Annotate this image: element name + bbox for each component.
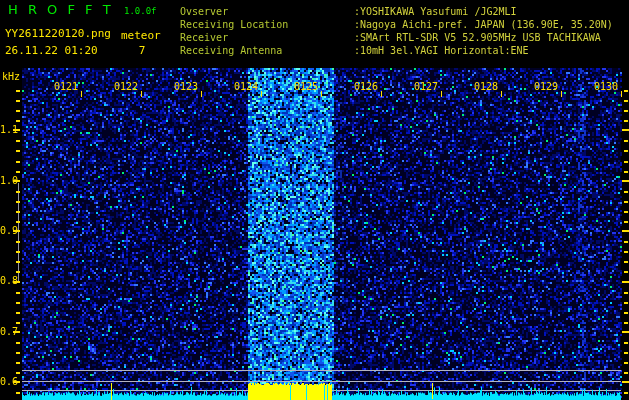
mode-label: meteor: [121, 30, 161, 42]
freq-tick-label: 0.9: [0, 225, 13, 236]
freq-tick-label: 1.1: [0, 124, 13, 135]
station-info-label: Receiving Location: [180, 18, 354, 31]
freq-tick-label: 0.7: [0, 326, 13, 337]
station-info-row: Receiving Antenna:10mH 3el.YAGI Horizont…: [180, 44, 613, 57]
hrofft-window: H R O F F T 1.0.0f YY2611220120.png mete…: [0, 0, 629, 400]
station-info-label: Receiver: [180, 31, 354, 44]
spectrogram-canvas: [0, 0, 629, 400]
station-info-label: Receiving Antenna: [180, 44, 354, 57]
time-tick-label: 0127: [412, 81, 438, 92]
station-info-block: Ovserver:YOSHIKAWA Yasufumi /JG2MLIRecei…: [180, 5, 613, 57]
station-info-value: :Nagoya Aichi-pref. JAPAN (136.90E, 35.2…: [354, 18, 613, 31]
time-tick-label: 0122: [112, 81, 138, 92]
time-tick-label: 0130: [592, 81, 618, 92]
station-info-row: Ovserver:YOSHIKAWA Yasufumi /JG2MLI: [180, 5, 613, 18]
time-tick-label: 0129: [532, 81, 558, 92]
time-tick-label: 0124: [232, 81, 258, 92]
station-info-value: :SMArt RTL-SDR V5 52.905MHz USB TACHIKAW…: [354, 31, 601, 44]
station-info-value: :10mH 3el.YAGI Horizontal:ENE: [354, 44, 529, 57]
time-tick-label: 0128: [472, 81, 498, 92]
station-info-value: :YOSHIKAWA Yasufumi /JG2MLI: [354, 5, 517, 18]
echo-count: 7: [118, 45, 166, 57]
time-tick-label: 0125: [292, 81, 318, 92]
time-tick-label: 0121: [52, 81, 78, 92]
station-info-label: Ovserver: [180, 5, 354, 18]
freq-tick-label: 0.8: [0, 275, 13, 286]
y-axis-unit: kHz: [2, 71, 20, 82]
time-tick-label: 0123: [172, 81, 198, 92]
observation-datetime: 26.11.22 01:20: [5, 45, 98, 57]
station-info-row: Receiver:SMArt RTL-SDR V5 52.905MHz USB …: [180, 31, 613, 44]
time-tick-label: 0126: [352, 81, 378, 92]
station-info-row: Receiving Location:Nagoya Aichi-pref. JA…: [180, 18, 613, 31]
app-title: H R O F F T: [8, 3, 114, 17]
freq-tick-label: 0.6: [0, 376, 13, 387]
output-filename: YY2611220120.png: [5, 28, 111, 40]
app-version: 1.0.0f: [124, 6, 157, 16]
freq-tick-label: 1.0: [0, 175, 13, 186]
